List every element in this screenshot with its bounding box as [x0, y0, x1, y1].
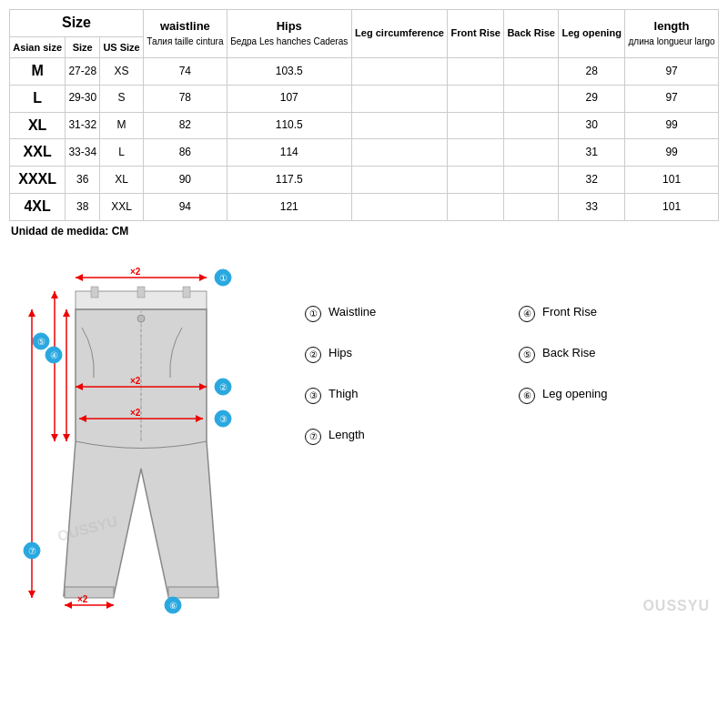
legend-item-1: ① Waistline: [305, 305, 500, 322]
length-cell: 97: [625, 85, 719, 112]
us-size-header: US Size: [100, 36, 144, 57]
svg-text:×2: ×2: [130, 376, 141, 386]
legend-label-1: Waistline: [329, 305, 376, 318]
svg-rect-2: [91, 287, 98, 298]
back-rise-cell: [504, 139, 559, 167]
asian-size-header: Asian size: [10, 36, 66, 57]
pants-diagram: ×2 ① ×2 ② ×2 ③: [14, 259, 268, 614]
svg-rect-4: [137, 287, 145, 298]
legend-label-2: Hips: [329, 346, 352, 359]
size-cell: 38: [66, 194, 100, 221]
leg-opening-header: Leg opening: [559, 10, 625, 58]
leg-opening-cell: 29: [559, 85, 625, 112]
table-row: 4XL 38 XXL 94 121 33 101: [10, 194, 719, 221]
legend-num-7: ⑦: [305, 429, 321, 445]
front-rise-cell: [448, 85, 504, 112]
svg-text:×2: ×2: [77, 594, 88, 604]
legend-num-1: ①: [305, 306, 321, 322]
svg-rect-7: [65, 587, 114, 598]
length-cell: 101: [625, 167, 719, 194]
legend-num-2: ②: [305, 347, 321, 363]
leg-opening-cell: 32: [559, 167, 625, 194]
svg-marker-10: [76, 274, 83, 281]
legend-num-4: ④: [519, 306, 535, 322]
svg-marker-40: [63, 434, 70, 441]
legend-col-right: ④ Front Rise ⑤ Back Rise ⑥ Leg opening: [519, 305, 714, 456]
size-cell: 36: [66, 167, 100, 194]
svg-text:①: ①: [219, 273, 228, 283]
svg-marker-39: [63, 309, 70, 317]
us-size-cell: XXL: [100, 194, 144, 221]
svg-marker-44: [28, 309, 35, 317]
waist-cell: 82: [143, 112, 227, 139]
svg-text:④: ④: [50, 350, 58, 360]
svg-text:⑤: ⑤: [37, 337, 46, 347]
length-cell: 101: [625, 194, 719, 221]
asian-size-cell: XL: [10, 112, 66, 139]
hips-cell: 103.5: [227, 58, 351, 86]
back-rise-cell: [504, 85, 559, 112]
us-size-cell: M: [100, 112, 144, 139]
svg-marker-35: [51, 434, 58, 441]
legend-label-5: Back Rise: [542, 346, 596, 359]
front-rise-cell: [448, 194, 504, 221]
front-rise-header: Front Rise: [448, 10, 504, 58]
table-row: XL 31-32 M 82 110.5 30 99: [10, 112, 719, 139]
asian-size-cell: XXXL: [10, 167, 66, 194]
back-rise-cell: [504, 58, 559, 86]
table-row: M 27-28 XS 74 103.5 28 97: [10, 58, 719, 86]
size-cell: 29-30: [66, 85, 100, 112]
asian-size-cell: L: [10, 85, 66, 112]
hips-cell: 121: [227, 194, 351, 221]
legend-label-4: Front Rise: [542, 305, 597, 318]
front-rise-cell: [448, 58, 504, 86]
svg-marker-28: [65, 602, 72, 609]
asian-size-cell: 4XL: [10, 194, 66, 221]
svg-text:⑦: ⑦: [28, 546, 36, 556]
leg-circ-cell: [351, 194, 448, 221]
us-size-cell: L: [100, 139, 144, 167]
back-rise-cell: [504, 194, 559, 221]
front-rise-cell: [448, 139, 504, 167]
waist-cell: 86: [143, 139, 227, 167]
leg-circ-cell: [351, 112, 448, 139]
leg-opening-cell: 33: [559, 194, 625, 221]
legend-num-6: ⑥: [519, 388, 535, 404]
leg-opening-cell: 31: [559, 139, 625, 167]
legend-section: ① Waistline ② Hips ③ Thigh ⑦ Length: [268, 259, 714, 614]
svg-marker-45: [28, 591, 35, 598]
us-size-cell: XS: [100, 58, 144, 86]
front-rise-cell: [448, 112, 504, 139]
size-sub-header: Size: [66, 36, 100, 57]
size-cell: 33-34: [66, 139, 100, 167]
legend-item-5: ⑤ Back Rise: [519, 346, 714, 363]
back-rise-cell: [504, 112, 559, 139]
unit-label: Unidad de medida: CM: [9, 221, 719, 241]
diagram-section: ×2 ① ×2 ② ×2 ③: [0, 250, 728, 623]
legend-label-3: Thigh: [329, 387, 359, 400]
leg-circ-header: Leg circumference: [351, 10, 448, 58]
leg-circ-cell: [351, 167, 448, 194]
hips-cell: 107: [227, 85, 351, 112]
asian-size-cell: XXL: [10, 139, 66, 167]
legend-item-7: ⑦ Length: [305, 428, 500, 445]
waist-cell: 94: [143, 194, 227, 221]
legend-item-2: ② Hips: [305, 346, 500, 363]
svg-marker-29: [106, 602, 114, 609]
svg-point-5: [137, 315, 145, 322]
asian-size-cell: M: [10, 58, 66, 86]
svg-rect-3: [183, 287, 190, 298]
legend-num-3: ③: [305, 388, 321, 404]
size-cell: 27-28: [66, 58, 100, 86]
us-size-cell: XL: [100, 167, 144, 194]
size-header: Size: [10, 10, 144, 37]
leg-opening-cell: 30: [559, 112, 625, 139]
legend-item-6: ⑥ Leg opening: [519, 387, 714, 404]
hips-cell: 114: [227, 139, 351, 167]
svg-text:×2: ×2: [130, 267, 141, 277]
back-rise-cell: [504, 167, 559, 194]
leg-circ-cell: [351, 139, 448, 167]
hips-cell: 117.5: [227, 167, 351, 194]
svg-text:×2: ×2: [130, 408, 141, 418]
waist-cell: 74: [143, 58, 227, 86]
